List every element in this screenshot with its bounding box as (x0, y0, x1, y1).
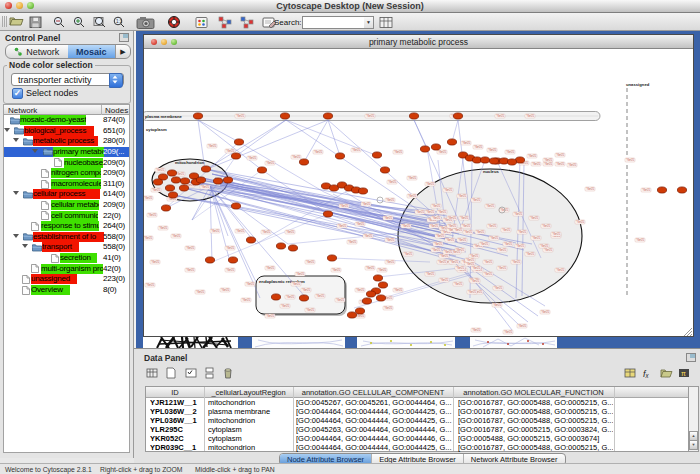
svg-text:Ybr05: Ybr05 (386, 198, 394, 202)
svg-text:Ybr05: Ybr05 (356, 314, 364, 318)
svg-text:Ybr05: Ybr05 (426, 182, 434, 186)
svg-text:Ybr05: Ybr05 (292, 155, 300, 159)
svg-text:Ybr05: Ybr05 (236, 229, 244, 233)
svg-text:Ybr05: Ybr05 (512, 260, 520, 264)
svg-text:Ybr05: Ybr05 (196, 290, 204, 294)
svg-text:Ybr05: Ybr05 (356, 288, 364, 292)
svg-text:Ybr05: Ybr05 (388, 180, 396, 184)
svg-text:Ybr05: Ybr05 (332, 268, 340, 272)
svg-text:Ybr05: Ybr05 (516, 244, 524, 248)
svg-text:Ybr05: Ybr05 (444, 218, 452, 222)
svg-text:Ybr05: Ybr05 (226, 246, 234, 250)
svg-text:Ybr05: Ybr05 (221, 288, 229, 292)
svg-text:Ybr05: Ybr05 (526, 252, 534, 256)
svg-text:Ybr05: Ybr05 (246, 282, 254, 286)
svg-text:Ybr05: Ybr05 (242, 298, 250, 302)
svg-text:Ybr05: Ybr05 (378, 268, 386, 272)
svg-text:Ybr05: Ybr05 (438, 150, 446, 154)
svg-text:Ybr05: Ybr05 (506, 150, 514, 154)
svg-text:Ybr05: Ybr05 (314, 150, 322, 154)
svg-text:Ybr05: Ybr05 (636, 238, 644, 242)
svg-text:Ybr05: Ybr05 (426, 210, 434, 214)
svg-text:Ybr05: Ybr05 (156, 168, 164, 172)
svg-text:Ybr05: Ybr05 (186, 268, 194, 272)
svg-text:Ybr05: Ybr05 (302, 288, 310, 292)
svg-text:Ybr05: Ybr05 (472, 266, 480, 270)
svg-text:Ybr05: Ybr05 (544, 162, 552, 166)
svg-text:Ybr05: Ybr05 (144, 196, 152, 200)
svg-text:Ybr05: Ybr05 (494, 286, 502, 290)
svg-text:Ybr05: Ybr05 (386, 238, 394, 242)
svg-text:Ybr05: Ybr05 (490, 236, 498, 240)
svg-text:Ybr05: Ybr05 (444, 188, 452, 192)
svg-text:Ybr05: Ybr05 (568, 163, 576, 167)
svg-text:fₓ: fₓ (643, 369, 650, 379)
svg-text:Ybr05: Ybr05 (394, 150, 402, 154)
svg-text:Ybr05: Ybr05 (458, 238, 466, 242)
svg-text:Ybr05: Ybr05 (472, 328, 480, 332)
svg-text:Ybr05: Ybr05 (416, 210, 424, 214)
svg-text:Ybr05: Ybr05 (338, 224, 346, 228)
svg-text:Ybr05: Ybr05 (448, 224, 456, 228)
svg-text:Ybr05: Ybr05 (626, 158, 634, 162)
svg-text:Ybr05: Ybr05 (266, 161, 274, 165)
svg-text:Ybr05: Ybr05 (408, 194, 416, 198)
svg-text:cytoplasm: cytoplasm (146, 127, 167, 132)
svg-text:Ybr05: Ybr05 (366, 114, 374, 118)
svg-text:Ybr05: Ybr05 (366, 266, 374, 270)
svg-text:Ybr05: Ybr05 (462, 141, 470, 145)
svg-text:Ybr05: Ybr05 (248, 156, 256, 160)
svg-text:unassigned: unassigned (626, 82, 650, 87)
svg-text:Ybr05: Ybr05 (316, 294, 324, 298)
svg-text:Ybr05: Ybr05 (159, 226, 167, 230)
svg-text:1:1: 1:1 (116, 19, 123, 24)
svg-text:Ybr05: Ybr05 (454, 282, 462, 286)
svg-text:Ybr05: Ybr05 (456, 266, 464, 270)
svg-text:Ybr05: Ybr05 (266, 314, 274, 318)
svg-text:Ybr05: Ybr05 (458, 194, 466, 198)
svg-text:Ybr05: Ybr05 (440, 278, 448, 282)
svg-text:Ybr05: Ybr05 (438, 260, 446, 264)
svg-text:Ybr05: Ybr05 (474, 145, 482, 149)
svg-text:Ybr05: Ybr05 (340, 204, 348, 208)
svg-text:Ybr05: Ybr05 (454, 228, 462, 232)
svg-text:Ybr05: Ybr05 (502, 228, 510, 232)
svg-text:Ybr05: Ybr05 (432, 248, 440, 252)
svg-text:Ybr05: Ybr05 (384, 306, 392, 310)
svg-text:Ybr05: Ybr05 (144, 236, 152, 240)
svg-text:Ybr05: Ybr05 (518, 230, 526, 234)
svg-text:Ybr05: Ybr05 (471, 279, 479, 283)
svg-text:Ybr05: Ybr05 (438, 210, 446, 214)
svg-text:Ybr05: Ybr05 (552, 232, 560, 236)
svg-text:Ybr05: Ybr05 (152, 188, 160, 192)
svg-text:Ybr05: Ybr05 (452, 250, 460, 254)
svg-text:Ybr05: Ybr05 (262, 230, 270, 234)
svg-text:Ybr05: Ybr05 (526, 114, 534, 118)
svg-text:Ybr05: Ybr05 (440, 254, 448, 258)
svg-text:Ybr05: Ybr05 (286, 295, 294, 299)
svg-text:Ybr05: Ybr05 (446, 238, 454, 242)
svg-text:Ybr05: Ybr05 (208, 144, 216, 148)
svg-text:Ybr05: Ybr05 (336, 298, 344, 302)
svg-text:Ybr05: Ybr05 (296, 272, 304, 276)
svg-text:Ybr05: Ybr05 (504, 330, 512, 334)
svg-text:Ybr05: Ybr05 (148, 213, 156, 217)
svg-text:Ybr05: Ybr05 (386, 260, 394, 264)
svg-text:Ybr05: Ybr05 (408, 176, 416, 180)
svg-text:Ybr05: Ybr05 (172, 234, 180, 238)
svg-text:Ybr05: Ybr05 (541, 310, 549, 314)
svg-text:Ybr05: Ybr05 (464, 230, 472, 234)
svg-text:Ybr05: Ybr05 (356, 222, 364, 226)
svg-text:Ybr05: Ybr05 (488, 224, 496, 228)
svg-text:Ybr05: Ybr05 (348, 240, 356, 244)
svg-text:Ybr05: Ybr05 (281, 304, 289, 308)
svg-text:Ybr05: Ybr05 (480, 242, 488, 246)
svg-text:Ybr05: Ybr05 (530, 216, 538, 220)
svg-text:Ybr05: Ybr05 (556, 153, 564, 157)
svg-text:Ybr05: Ybr05 (434, 242, 442, 246)
svg-text:Ybr05: Ybr05 (498, 248, 506, 252)
svg-text:Ybr05: Ybr05 (151, 260, 159, 264)
svg-text:Ybr05: Ybr05 (436, 234, 444, 238)
svg-text:Ybr05: Ybr05 (176, 172, 184, 176)
svg-text:Ybr05: Ybr05 (292, 282, 300, 286)
